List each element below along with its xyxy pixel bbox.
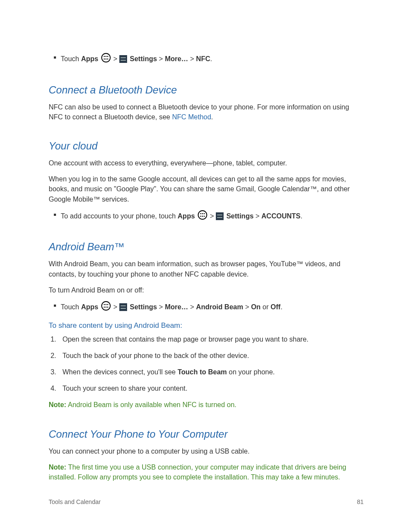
note-text: Android Beam is only available when NFC … xyxy=(66,401,237,408)
svg-point-4 xyxy=(103,59,105,60)
text: on your phone. xyxy=(227,368,275,376)
off-label: Off xyxy=(271,303,280,311)
svg-point-18 xyxy=(103,307,105,308)
svg-point-16 xyxy=(105,304,106,305)
on-label: On xyxy=(251,303,261,311)
nfc-label: NFC xyxy=(196,55,210,62)
text: Touch xyxy=(61,303,81,311)
bullet-item: To add accounts to your phone, touch App… xyxy=(61,210,364,223)
settings-icon xyxy=(119,303,127,311)
touch-to-beam-label: Touch to Beam xyxy=(177,368,227,376)
svg-point-14 xyxy=(102,302,110,310)
text: or xyxy=(261,303,271,311)
accounts-label: ACCOUNTS xyxy=(262,212,301,220)
heading-your-cloud: Your cloud xyxy=(49,140,364,152)
settings-label: Settings xyxy=(128,303,157,311)
svg-point-6 xyxy=(107,59,108,60)
svg-point-17 xyxy=(107,304,108,305)
svg-point-20 xyxy=(107,307,108,308)
text: To add accounts to your phone, touch xyxy=(61,212,177,220)
more-label: More… xyxy=(165,303,188,311)
paragraph: To turn Android Beam on or off: xyxy=(49,285,364,295)
svg-point-5 xyxy=(105,59,106,60)
svg-point-1 xyxy=(103,56,105,57)
paragraph: One account with access to everything, e… xyxy=(49,158,364,168)
step-item: Touch your screen to share your content. xyxy=(58,383,364,394)
note-label: Note: xyxy=(49,401,66,408)
separator: > xyxy=(188,55,196,62)
heading-connect-computer: Connect Your Phone to Your Computer xyxy=(49,428,364,440)
step-item: Touch the back of your phone to the back… xyxy=(58,351,364,361)
more-label: More… xyxy=(165,55,188,62)
page-number: 81 xyxy=(357,498,364,505)
nfc-method-link[interactable]: NFC Method xyxy=(172,113,211,121)
heading-connect-bluetooth: Connect a Bluetooth Device xyxy=(49,84,364,96)
note-text: The first time you use a USB connection,… xyxy=(49,464,346,481)
apps-icon xyxy=(198,210,207,223)
apps-label: Apps xyxy=(177,212,195,220)
separator: > xyxy=(157,303,165,311)
separator: > xyxy=(112,303,119,311)
nav-path-list: Touch Apps > Settings > More… > NFC. xyxy=(49,53,364,66)
text: When the devices connect, you'll see xyxy=(62,368,177,376)
bullet-item: Touch Apps > Settings > More… > Android … xyxy=(61,301,364,314)
nav-path-item: Touch Apps > Settings > More… > NFC. xyxy=(61,53,364,66)
text: . xyxy=(210,55,212,62)
apps-icon xyxy=(101,53,111,66)
svg-point-15 xyxy=(103,304,105,305)
heading-android-beam: Android Beam™ xyxy=(49,241,364,253)
settings-icon xyxy=(119,55,127,63)
text: . xyxy=(211,113,213,121)
svg-point-12 xyxy=(202,215,203,217)
svg-point-8 xyxy=(200,213,201,214)
svg-point-11 xyxy=(200,215,201,217)
android-beam-label: Android Beam xyxy=(196,303,243,311)
step-item: Open the screen that contains the map pa… xyxy=(58,334,364,345)
svg-point-0 xyxy=(102,53,110,62)
note-label: Note: xyxy=(49,464,66,471)
text: Touch xyxy=(61,55,81,62)
page-footer: Tools and Calendar 81 xyxy=(49,498,364,505)
settings-label: Settings xyxy=(224,212,254,220)
apps-label: Apps xyxy=(81,55,98,62)
svg-point-2 xyxy=(105,56,106,57)
note: Note: Android Beam is only available whe… xyxy=(49,400,364,410)
note: Note: The first time you use a USB conne… xyxy=(49,462,364,482)
paragraph: NFC can also be used to connect a Blueto… xyxy=(49,102,364,122)
text: . xyxy=(300,212,302,220)
footer-section-title: Tools and Calendar xyxy=(49,498,101,505)
apps-icon xyxy=(101,301,111,314)
svg-point-9 xyxy=(202,213,203,214)
svg-point-3 xyxy=(107,56,108,57)
bullet-list: Touch Apps > Settings > More… > Android … xyxy=(49,301,364,314)
bullet-list: To add accounts to your phone, touch App… xyxy=(49,210,364,223)
separator: > xyxy=(157,55,165,62)
svg-point-7 xyxy=(198,211,207,219)
paragraph: You can connect your phone to a computer… xyxy=(49,446,364,456)
apps-label: Apps xyxy=(81,303,98,311)
svg-point-13 xyxy=(203,215,205,217)
text: . xyxy=(280,303,282,311)
separator: > xyxy=(188,303,196,311)
page-content: Touch Apps > Settings > More… > NFC. Con… xyxy=(0,0,411,482)
subheading-share-content: To share content by using Android Beam: xyxy=(49,321,364,330)
separator: > xyxy=(208,212,216,220)
separator: > xyxy=(112,55,119,62)
svg-point-10 xyxy=(203,213,205,214)
separator: > xyxy=(243,303,251,311)
steps-list: Open the screen that contains the map pa… xyxy=(50,334,364,394)
separator: > xyxy=(254,212,262,220)
settings-label: Settings xyxy=(128,55,157,62)
paragraph: With Android Beam, you can beam informat… xyxy=(49,259,364,279)
step-item: When the devices connect, you'll see Tou… xyxy=(58,367,364,377)
paragraph: When you log in to the same Google accou… xyxy=(49,174,364,204)
settings-icon xyxy=(216,212,224,220)
svg-point-19 xyxy=(105,307,106,308)
